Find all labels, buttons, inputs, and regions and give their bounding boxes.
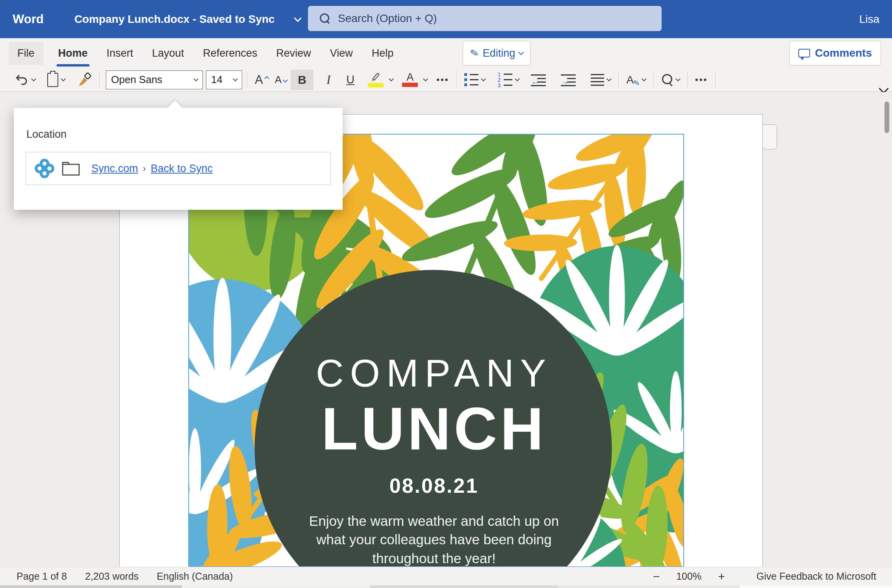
numbering-button[interactable]: 1 2 3 xyxy=(494,70,522,90)
word-count[interactable]: 2,203 words xyxy=(85,571,139,582)
user-name[interactable]: Lisa xyxy=(859,0,879,38)
styles-button[interactable]: A ✎ xyxy=(623,70,649,90)
alignment-button[interactable] xyxy=(588,70,614,90)
font-size-select[interactable]: 14 xyxy=(206,70,242,89)
shrink-font-icon: A xyxy=(275,74,282,86)
font-name-value: Open Sans xyxy=(111,74,162,86)
tab-view[interactable]: View xyxy=(326,42,357,65)
format-painter-button[interactable] xyxy=(74,70,95,90)
bold-button[interactable]: B xyxy=(291,70,313,90)
caret-down-icon xyxy=(283,78,288,83)
paste-button[interactable] xyxy=(45,70,68,90)
comments-button[interactable]: Comments xyxy=(789,41,881,65)
grow-font-button[interactable]: A xyxy=(252,70,266,90)
page-count[interactable]: Page 1 of 8 xyxy=(17,571,67,582)
ribbon-tab-row: File Home Insert Layout References Revie… xyxy=(0,38,892,68)
zoom-level[interactable]: 100% xyxy=(676,571,701,582)
chevron-down-icon[interactable] xyxy=(423,76,428,81)
zoom-out-button[interactable]: − xyxy=(653,570,660,583)
title-bar: Word Company Lunch.docx - Saved to Sync … xyxy=(0,0,892,38)
highlighter-icon xyxy=(370,72,382,82)
zoom-in-button[interactable]: + xyxy=(718,570,725,583)
chevron-down-icon[interactable] xyxy=(389,76,394,81)
find-button[interactable] xyxy=(658,70,682,90)
document-title-chevron-icon[interactable] xyxy=(294,14,302,22)
search-icon xyxy=(320,13,330,24)
search-box[interactable] xyxy=(308,6,662,31)
breadcrumb-separator: › xyxy=(143,163,146,174)
styles-icon: A ✎ xyxy=(626,74,634,86)
magnifier-icon xyxy=(661,74,673,86)
status-bar: Page 1 of 8 2,203 words English (Canada)… xyxy=(0,567,892,585)
bullet-list-icon xyxy=(464,73,478,86)
ellipsis-icon: ••• xyxy=(436,75,449,85)
undo-icon xyxy=(15,73,29,87)
location-breadcrumb-box: Sync.com › Back to Sync xyxy=(26,152,331,185)
flyer-title-line2: LUNCH xyxy=(257,394,611,463)
tab-file[interactable]: File xyxy=(9,42,43,65)
language-indicator[interactable]: English (Canada) xyxy=(157,571,233,582)
font-size-value: 14 xyxy=(211,74,223,86)
document-title[interactable]: Company Lunch.docx - Saved to Sync xyxy=(74,13,275,26)
editing-label: Editing xyxy=(483,47,516,59)
editing-mode-button[interactable]: ✎ Editing xyxy=(463,41,530,65)
font-color-icon: A xyxy=(406,72,414,82)
underline-icon: U xyxy=(346,73,354,86)
chevron-down-icon xyxy=(642,76,647,81)
window-edge-segment xyxy=(740,585,892,588)
location-popover: Location Sync.com › Back to Sync xyxy=(14,108,343,210)
window-edge-segment xyxy=(558,585,740,588)
italic-button[interactable]: I xyxy=(324,70,333,90)
breadcrumb: Sync.com › Back to Sync xyxy=(91,163,213,175)
comments-label: Comments xyxy=(815,47,872,59)
page-side-comment-tab[interactable] xyxy=(762,124,777,150)
comment-bubble-icon xyxy=(798,49,810,57)
toolbar-overflow-button[interactable]: ••• xyxy=(692,70,710,90)
underline-button[interactable]: U xyxy=(343,70,357,90)
increase-indent-icon: → xyxy=(561,74,576,86)
window-edge-segment xyxy=(370,585,558,588)
chevron-down-icon xyxy=(31,76,36,81)
tab-home[interactable]: Home xyxy=(54,42,92,65)
tab-references[interactable]: References xyxy=(199,42,261,65)
pencil-icon: ✎ xyxy=(469,46,480,60)
chevron-down-icon xyxy=(607,76,612,81)
bold-icon: B xyxy=(298,73,306,87)
breadcrumb-root-link[interactable]: Sync.com xyxy=(91,163,138,175)
chevron-down-icon xyxy=(481,76,486,81)
bullets-button[interactable] xyxy=(462,70,488,90)
caret-up-icon xyxy=(264,76,269,81)
chevron-down-icon xyxy=(675,76,681,81)
decrease-indent-button[interactable]: ← xyxy=(528,70,549,90)
decrease-indent-icon: ← xyxy=(531,74,546,86)
font-color-button[interactable]: A xyxy=(399,70,421,90)
flyer-title-line1: COMPANY xyxy=(257,351,611,396)
folder-icon xyxy=(61,160,80,177)
breadcrumb-folder-link[interactable]: Back to Sync xyxy=(151,163,213,175)
window-edge-segment xyxy=(182,585,370,588)
tab-layout[interactable]: Layout xyxy=(148,42,188,65)
undo-button[interactable] xyxy=(12,70,38,90)
highlight-color-bar xyxy=(368,83,384,87)
feedback-link[interactable]: Give Feedback to Microsoft xyxy=(757,571,876,582)
sync-com-logo-icon xyxy=(35,159,54,178)
chevron-down-icon xyxy=(61,76,66,81)
format-painter-icon xyxy=(77,72,92,87)
flyer-date: 08.08.21 xyxy=(257,474,611,497)
tab-review[interactable]: Review xyxy=(272,42,315,65)
shrink-font-button[interactable]: A xyxy=(272,70,284,90)
window-bottom-edge xyxy=(0,585,892,588)
flyer-description: Enjoy the warm weather and catch up on w… xyxy=(304,512,564,567)
highlight-button[interactable] xyxy=(365,70,386,90)
font-name-select[interactable]: Open Sans xyxy=(106,70,203,89)
numbered-list-icon: 1 2 3 xyxy=(497,72,512,87)
tab-help[interactable]: Help xyxy=(368,42,398,65)
tab-insert[interactable]: Insert xyxy=(103,42,137,65)
ribbon-toolbar: Open Sans 14 A A B I U A ••• xyxy=(0,68,892,92)
more-font-options-button[interactable]: ••• xyxy=(434,70,452,90)
popover-title: Location xyxy=(26,128,343,141)
vertical-scrollbar-thumb[interactable] xyxy=(885,102,889,133)
search-input[interactable] xyxy=(338,12,645,25)
increase-indent-button[interactable]: → xyxy=(558,70,579,90)
align-text-icon xyxy=(591,74,604,86)
